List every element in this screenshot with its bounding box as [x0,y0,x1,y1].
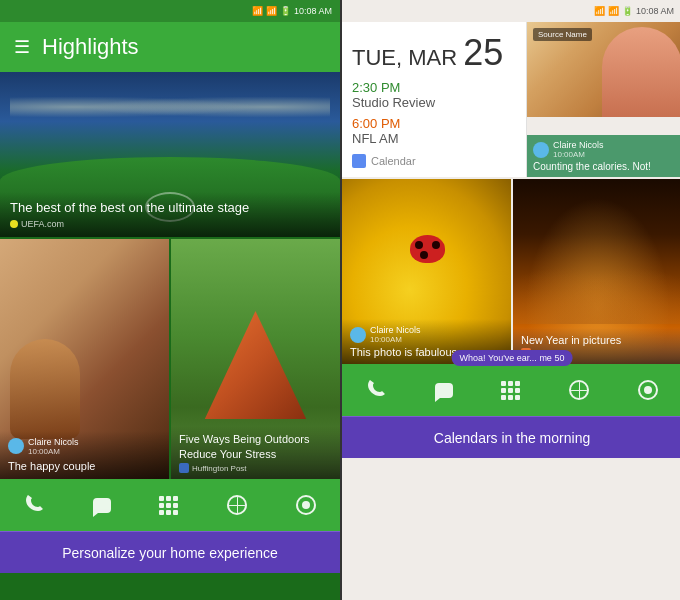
personalize-banner[interactable]: Personalize your home experience [0,531,340,573]
calendar-day-number: 25 [463,32,503,73]
ladybug-avatar [350,327,366,343]
right-chat-nav-button[interactable] [435,383,453,398]
camera-lens-icon [302,501,310,509]
right-browser-nav-button[interactable] [569,380,589,400]
left-time: 10:08 AM [294,6,332,16]
browser-nav-button[interactable] [227,495,247,515]
battery-icon: 🔋 [280,6,291,16]
calendar-event-1[interactable]: 2:30 PM Studio Review [352,80,516,110]
cooking-person-silhouette [602,27,680,117]
cooking-user-name: Claire Nicols [553,140,604,150]
page-title: Highlights [42,34,139,60]
hero-source-name: UEFA.com [21,219,64,229]
ladybug-user-name: Claire Nicols [370,325,421,335]
phone-icon [24,493,44,513]
couple-user-row: Claire Nicols 10:00AM [8,437,161,456]
outdoor-card-info: Five Ways Being Outdoors Reduce Your Str… [171,426,340,479]
camera-icon [296,495,316,515]
chat-icon [93,498,111,513]
calendar-event-2[interactable]: 6:00 PM NFL AM [352,116,516,146]
right-wifi-icon: 📶 [594,6,605,16]
right-phone-nav-button[interactable] [366,378,386,402]
calendar-day-label: TUE, MAR [352,45,457,70]
cooking-avatar [533,142,549,158]
calendars-banner[interactable]: Calendars in the morning [342,416,680,458]
left-status-icons: 📶 📶 🔋 10:08 AM [252,6,332,16]
right-time: 10:08 AM [636,6,674,16]
ladybug-card[interactable]: Claire Nicols 10:00AM This photo is fabu… [342,179,511,364]
cooking-time: 10:00AM [553,150,604,159]
right-screen: 📶 📶 🔋 10:08 AM TUE, MAR 25 2:30 PM Studi… [342,0,680,600]
left-bottom-nav [0,479,340,531]
right-status-bar: 📶 📶 🔋 10:08 AM [342,0,680,22]
calendars-text: Calendars in the morning [434,430,590,446]
right-grid-icon [501,381,520,400]
couple-card-info: Claire Nicols 10:00AM The happy couple [0,431,169,479]
cooking-photo-card[interactable]: Source Name Claire Nicols 10:00AM Counti… [527,22,680,177]
chat-nav-button[interactable] [93,498,111,513]
couple-caption: The happy couple [8,459,161,473]
left-status-bar: 📶 📶 🔋 10:08 AM [0,0,340,22]
cooking-user-row: Claire Nicols 10:00AM [533,140,676,159]
outdoor-title: Five Ways Being Outdoors Reduce Your Str… [179,432,332,461]
right-apps-nav-button[interactable] [501,381,520,400]
right-camera-lens-icon [644,386,652,394]
left-header: ☰ Highlights [0,22,340,72]
couple-card[interactable]: Claire Nicols 10:00AM The happy couple [0,239,169,479]
couple-avatar [8,438,24,454]
right-camera-icon [638,380,658,400]
huffpost-icon [179,463,189,473]
event1-name: Studio Review [352,95,516,110]
cooking-card-info: Claire Nicols 10:00AM Counting the calor… [527,135,680,177]
apps-nav-button[interactable] [159,496,178,515]
right-bottom-nav: Whoa! You've ear... me 50 [342,364,680,416]
left-screen: 📶 📶 🔋 10:08 AM ☰ Highlights The best of … [0,0,340,600]
calendar-icon [352,154,366,168]
ladybug-user-row: Claire Nicols 10:00AM [350,325,503,344]
ladybug-spot-1 [415,241,423,249]
bottom-grid: Claire Nicols 10:00AM This photo is fabu… [342,179,680,364]
outdoor-source-badge: Huffington Post [179,463,332,473]
cooking-user-info: Claire Nicols 10:00AM [553,140,604,159]
ladybug-user-info: Claire Nicols 10:00AM [370,325,421,344]
couple-time: 10:00AM [28,447,79,456]
stadium-lights [10,92,330,122]
hero-title: The best of the best on the ultimate sta… [10,200,330,215]
couple-user-info: Claire Nicols 10:00AM [28,437,79,456]
event2-time: 6:00 PM [352,116,516,131]
hamburger-icon[interactable]: ☰ [14,38,30,56]
hero-overlay: The best of the best on the ultimate sta… [0,192,340,237]
nightmarket-title: New Year in pictures [521,334,674,346]
right-status-icons: 📶 📶 🔋 10:08 AM [594,6,674,16]
nightmarket-card[interactable]: New Year in pictures R Reuters [513,179,680,364]
tent-shape [205,311,306,419]
ladybug-spot-2 [432,241,440,249]
two-col-cards: Claire Nicols 10:00AM The happy couple F… [0,239,340,479]
event1-time: 2:30 PM [352,80,516,95]
wifi-icon: 📶 [252,6,263,16]
achievement-badge: Whoa! You've ear... me 50 [452,350,573,366]
event2-name: NFL AM [352,131,516,146]
camera-nav-button[interactable] [296,495,316,515]
right-top-row: TUE, MAR 25 2:30 PM Studio Review 6:00 P… [342,22,680,177]
globe-icon [227,495,247,515]
calendar-label: Calendar [371,155,416,167]
right-camera-nav-button[interactable] [638,380,658,400]
phone-nav-button[interactable] [24,493,44,517]
right-signal-icon: 📶 [608,6,619,16]
source-name-badge: Source Name [533,28,592,41]
right-chat-icon [435,383,453,398]
cooking-image: Source Name [527,22,680,117]
calendar-card[interactable]: TUE, MAR 25 2:30 PM Studio Review 6:00 P… [342,22,527,177]
outdoor-card[interactable]: Five Ways Being Outdoors Reduce Your Str… [171,239,340,479]
hero-source: UEFA.com [10,219,330,229]
couple-user-name: Claire Nicols [28,437,79,447]
cooking-caption: Counting the calories. Not! [533,161,676,172]
calendar-date: TUE, MAR 25 [352,32,516,74]
hero-card[interactable]: The best of the best on the ultimate sta… [0,72,340,237]
calendar-footer: Calendar [352,154,516,168]
source-dot-icon [10,220,18,228]
signal-icon: 📶 [266,6,277,16]
right-phone-icon [366,378,386,398]
right-globe-icon [569,380,589,400]
